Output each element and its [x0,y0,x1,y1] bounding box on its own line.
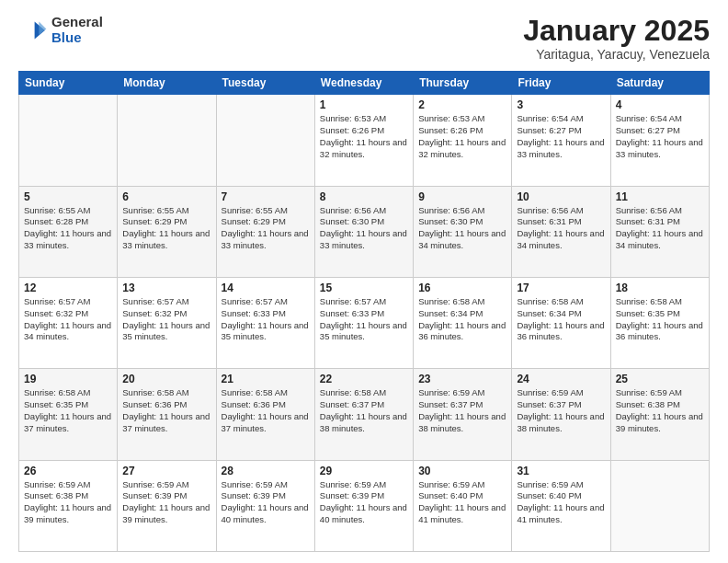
cell-date: 27 [122,465,210,477]
cell-date: 24 [517,373,605,385]
logo-general-text: General [51,15,103,30]
cell-info: Sunrise: 6:55 AM Sunset: 6:29 PM Dayligh… [122,205,210,252]
cell-info: Sunrise: 6:58 AM Sunset: 6:35 PM Dayligh… [24,387,112,434]
table-row: 1Sunrise: 6:53 AM Sunset: 6:26 PM Daylig… [314,95,413,186]
cell-date: 1 [320,98,408,111]
cell-info: Sunrise: 6:54 AM Sunset: 6:27 PM Dayligh… [616,113,704,160]
title-block: January 2025 Yaritagua, Yaracuy, Venezue… [523,15,710,62]
cell-info: Sunrise: 6:57 AM Sunset: 6:32 PM Dayligh… [24,296,112,343]
cell-info: Sunrise: 6:57 AM Sunset: 6:33 PM Dayligh… [222,296,310,343]
cell-date: 23 [418,373,506,385]
cell-info: Sunrise: 6:57 AM Sunset: 6:33 PM Dayligh… [320,296,408,343]
col-sunday: Sunday [19,72,118,95]
table-row: 18Sunrise: 6:58 AM Sunset: 6:35 PM Dayli… [610,277,709,368]
table-row: 13Sunrise: 6:57 AM Sunset: 6:32 PM Dayli… [118,277,216,368]
table-row: 22Sunrise: 6:58 AM Sunset: 6:37 PM Dayli… [314,369,413,460]
table-row: 19Sunrise: 6:58 AM Sunset: 6:35 PM Dayli… [19,369,118,460]
cell-date: 11 [616,190,704,203]
table-row: 7Sunrise: 6:55 AM Sunset: 6:29 PM Daylig… [216,186,314,277]
calendar-week-row: 5Sunrise: 6:55 AM Sunset: 6:28 PM Daylig… [19,186,710,277]
cell-info: Sunrise: 6:53 AM Sunset: 6:26 PM Dayligh… [320,113,408,160]
table-row [216,95,314,186]
table-row: 11Sunrise: 6:56 AM Sunset: 6:31 PM Dayli… [610,186,709,277]
cell-info: Sunrise: 6:59 AM Sunset: 6:40 PM Dayligh… [517,479,605,526]
cell-date: 14 [222,282,310,294]
table-row: 4Sunrise: 6:54 AM Sunset: 6:27 PM Daylig… [610,95,709,186]
header: General Blue January 2025 Yaritagua, Yar… [18,15,710,62]
cell-info: Sunrise: 6:59 AM Sunset: 6:38 PM Dayligh… [616,387,704,434]
col-thursday: Thursday [414,72,512,95]
cell-info: Sunrise: 6:56 AM Sunset: 6:30 PM Dayligh… [320,205,408,252]
logo-blue-text: Blue [51,30,103,46]
logo: General Blue [18,15,103,45]
cell-date: 20 [122,373,210,385]
cell-info: Sunrise: 6:56 AM Sunset: 6:31 PM Dayligh… [517,205,605,252]
table-row: 5Sunrise: 6:55 AM Sunset: 6:28 PM Daylig… [19,186,118,277]
cell-date: 4 [616,98,704,111]
cell-info: Sunrise: 6:59 AM Sunset: 6:38 PM Dayligh… [24,479,112,526]
table-row: 14Sunrise: 6:57 AM Sunset: 6:33 PM Dayli… [216,277,314,368]
subtitle: Yaritagua, Yaracuy, Venezuela [523,47,710,62]
cell-date: 25 [616,373,704,385]
table-row: 2Sunrise: 6:53 AM Sunset: 6:26 PM Daylig… [414,95,512,186]
calendar-week-row: 19Sunrise: 6:58 AM Sunset: 6:35 PM Dayli… [19,369,710,460]
cell-info: Sunrise: 6:56 AM Sunset: 6:31 PM Dayligh… [616,205,704,252]
cell-info: Sunrise: 6:59 AM Sunset: 6:37 PM Dayligh… [418,387,506,434]
cell-info: Sunrise: 6:59 AM Sunset: 6:40 PM Dayligh… [418,479,506,526]
table-row: 28Sunrise: 6:59 AM Sunset: 6:39 PM Dayli… [216,460,314,551]
cell-info: Sunrise: 6:55 AM Sunset: 6:28 PM Dayligh… [24,205,112,252]
cell-date: 10 [517,190,605,203]
col-monday: Monday [118,72,216,95]
cell-date: 18 [616,282,704,294]
cell-date: 2 [418,98,506,111]
cell-date: 26 [24,465,112,477]
col-tuesday: Tuesday [216,72,314,95]
calendar-week-row: 1Sunrise: 6:53 AM Sunset: 6:26 PM Daylig… [19,95,710,186]
logo-text: General Blue [51,15,103,45]
cell-info: Sunrise: 6:59 AM Sunset: 6:39 PM Dayligh… [320,479,408,526]
page: General Blue January 2025 Yaritagua, Yar… [0,0,728,563]
table-row: 8Sunrise: 6:56 AM Sunset: 6:30 PM Daylig… [314,186,413,277]
cell-info: Sunrise: 6:58 AM Sunset: 6:37 PM Dayligh… [320,387,408,434]
table-row: 25Sunrise: 6:59 AM Sunset: 6:38 PM Dayli… [610,369,709,460]
cell-date: 17 [517,282,605,294]
cell-date: 15 [320,282,408,294]
table-row: 15Sunrise: 6:57 AM Sunset: 6:33 PM Dayli… [314,277,413,368]
cell-date: 9 [418,190,506,203]
col-saturday: Saturday [610,72,709,95]
cell-date: 31 [517,465,605,477]
cell-date: 21 [222,373,310,385]
cell-info: Sunrise: 6:58 AM Sunset: 6:36 PM Dayligh… [122,387,210,434]
table-row: 20Sunrise: 6:58 AM Sunset: 6:36 PM Dayli… [118,369,216,460]
calendar-week-row: 12Sunrise: 6:57 AM Sunset: 6:32 PM Dayli… [19,277,710,368]
table-row [118,95,216,186]
table-row: 9Sunrise: 6:56 AM Sunset: 6:30 PM Daylig… [414,186,512,277]
col-wednesday: Wednesday [314,72,413,95]
cell-info: Sunrise: 6:58 AM Sunset: 6:36 PM Dayligh… [222,387,310,434]
cell-info: Sunrise: 6:54 AM Sunset: 6:27 PM Dayligh… [517,113,605,160]
table-row: 23Sunrise: 6:59 AM Sunset: 6:37 PM Dayli… [414,369,512,460]
calendar-table: Sunday Monday Tuesday Wednesday Thursday… [18,71,710,552]
table-row: 21Sunrise: 6:58 AM Sunset: 6:36 PM Dayli… [216,369,314,460]
table-row: 26Sunrise: 6:59 AM Sunset: 6:38 PM Dayli… [19,460,118,551]
table-row [19,95,118,186]
logo-icon [18,16,48,45]
cell-date: 30 [418,465,506,477]
cell-date: 16 [418,282,506,294]
cell-info: Sunrise: 6:55 AM Sunset: 6:29 PM Dayligh… [222,205,310,252]
cell-info: Sunrise: 6:56 AM Sunset: 6:30 PM Dayligh… [418,205,506,252]
table-row: 16Sunrise: 6:58 AM Sunset: 6:34 PM Dayli… [414,277,512,368]
cell-info: Sunrise: 6:59 AM Sunset: 6:37 PM Dayligh… [517,387,605,434]
cell-date: 29 [320,465,408,477]
cell-date: 5 [24,190,112,203]
col-friday: Friday [512,72,610,95]
cell-date: 6 [122,190,210,203]
cell-date: 12 [24,282,112,294]
cell-info: Sunrise: 6:58 AM Sunset: 6:35 PM Dayligh… [616,296,704,343]
table-row: 31Sunrise: 6:59 AM Sunset: 6:40 PM Dayli… [512,460,610,551]
table-row: 12Sunrise: 6:57 AM Sunset: 6:32 PM Dayli… [19,277,118,368]
table-row: 27Sunrise: 6:59 AM Sunset: 6:39 PM Dayli… [118,460,216,551]
table-row: 24Sunrise: 6:59 AM Sunset: 6:37 PM Dayli… [512,369,610,460]
cell-info: Sunrise: 6:59 AM Sunset: 6:39 PM Dayligh… [122,479,210,526]
table-row: 30Sunrise: 6:59 AM Sunset: 6:40 PM Dayli… [414,460,512,551]
